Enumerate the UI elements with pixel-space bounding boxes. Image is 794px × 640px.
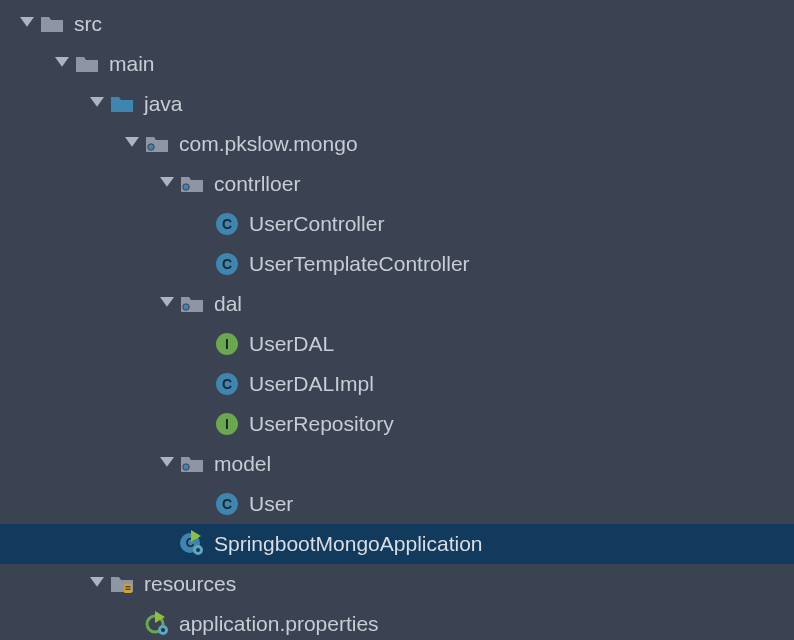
tree-row[interactable]: CUserDALImpl bbox=[0, 364, 794, 404]
tree-item-label: application.properties bbox=[179, 612, 379, 636]
tree-item-label: UserDALImpl bbox=[249, 372, 374, 396]
props-run-icon bbox=[145, 612, 169, 636]
svg-marker-9 bbox=[160, 297, 174, 307]
svg-rect-22 bbox=[126, 586, 131, 587]
tree-row[interactable]: CSpringbootMongoApplication bbox=[0, 524, 794, 564]
project-tree: srcmainjavacom.pkslow.mongocontrlloerCUs… bbox=[0, 0, 794, 640]
svg-point-6 bbox=[183, 184, 189, 190]
tree-row[interactable]: contrlloer bbox=[0, 164, 794, 204]
package-icon bbox=[180, 172, 204, 196]
svg-point-15 bbox=[183, 464, 189, 470]
class-icon: C bbox=[215, 372, 239, 396]
expand-arrow-icon[interactable] bbox=[125, 137, 139, 151]
folder-gray-icon bbox=[75, 52, 99, 76]
tree-item-label: contrlloer bbox=[214, 172, 300, 196]
tree-item-label: UserTemplateController bbox=[249, 252, 470, 276]
expand-arrow-icon[interactable] bbox=[20, 17, 34, 31]
class-icon: C bbox=[215, 212, 239, 236]
svg-marker-3 bbox=[125, 137, 139, 147]
interface-icon: I bbox=[215, 332, 239, 356]
tree-row[interactable]: application.properties bbox=[0, 604, 794, 640]
svg-point-27 bbox=[161, 628, 165, 632]
tree-item-label: UserController bbox=[249, 212, 384, 236]
tree-row[interactable]: src bbox=[0, 4, 794, 44]
svg-marker-2 bbox=[90, 97, 104, 107]
folder-gray-icon bbox=[40, 12, 64, 36]
tree-item-label: UserRepository bbox=[249, 412, 394, 436]
tree-item-label: resources bbox=[144, 572, 236, 596]
package-icon bbox=[180, 452, 204, 476]
tree-item-label: src bbox=[74, 12, 102, 36]
tree-item-label: com.pkslow.mongo bbox=[179, 132, 358, 156]
expand-arrow-icon[interactable] bbox=[90, 97, 104, 111]
svg-marker-5 bbox=[160, 177, 174, 187]
tree-item-label: UserDAL bbox=[249, 332, 334, 356]
tree-row[interactable]: CUserController bbox=[0, 204, 794, 244]
tree-row[interactable]: model bbox=[0, 444, 794, 484]
class-icon: C bbox=[215, 252, 239, 276]
tree-row[interactable]: dal bbox=[0, 284, 794, 324]
package-icon bbox=[145, 132, 169, 156]
tree-row[interactable]: CUserTemplateController bbox=[0, 244, 794, 284]
tree-row[interactable]: IUserRepository bbox=[0, 404, 794, 444]
tree-row[interactable]: main bbox=[0, 44, 794, 84]
svg-marker-0 bbox=[20, 17, 34, 27]
expand-arrow-icon[interactable] bbox=[90, 577, 104, 591]
tree-item-label: SpringbootMongoApplication bbox=[214, 532, 483, 556]
svg-rect-23 bbox=[126, 589, 131, 590]
svg-point-4 bbox=[148, 144, 154, 150]
expand-arrow-icon[interactable] bbox=[55, 57, 69, 71]
expand-arrow-icon[interactable] bbox=[160, 177, 174, 191]
tree-item-label: java bbox=[144, 92, 183, 116]
tree-row[interactable]: CUser bbox=[0, 484, 794, 524]
svg-marker-1 bbox=[55, 57, 69, 67]
tree-item-label: User bbox=[249, 492, 293, 516]
tree-row[interactable]: java bbox=[0, 84, 794, 124]
expand-arrow-icon[interactable] bbox=[160, 297, 174, 311]
svg-marker-20 bbox=[90, 577, 104, 587]
tree-row[interactable]: IUserDAL bbox=[0, 324, 794, 364]
package-icon bbox=[180, 292, 204, 316]
svg-point-19 bbox=[196, 548, 200, 552]
svg-marker-14 bbox=[160, 457, 174, 467]
tree-item-label: model bbox=[214, 452, 271, 476]
tree-row[interactable]: com.pkslow.mongo bbox=[0, 124, 794, 164]
tree-row[interactable]: resources bbox=[0, 564, 794, 604]
expand-arrow-icon[interactable] bbox=[160, 457, 174, 471]
class-icon: C bbox=[215, 492, 239, 516]
tree-item-label: dal bbox=[214, 292, 242, 316]
tree-item-label: main bbox=[109, 52, 155, 76]
folder-res-icon bbox=[110, 572, 134, 596]
folder-blue-icon bbox=[110, 92, 134, 116]
svg-point-10 bbox=[183, 304, 189, 310]
class-run-icon: C bbox=[180, 532, 204, 556]
interface-icon: I bbox=[215, 412, 239, 436]
